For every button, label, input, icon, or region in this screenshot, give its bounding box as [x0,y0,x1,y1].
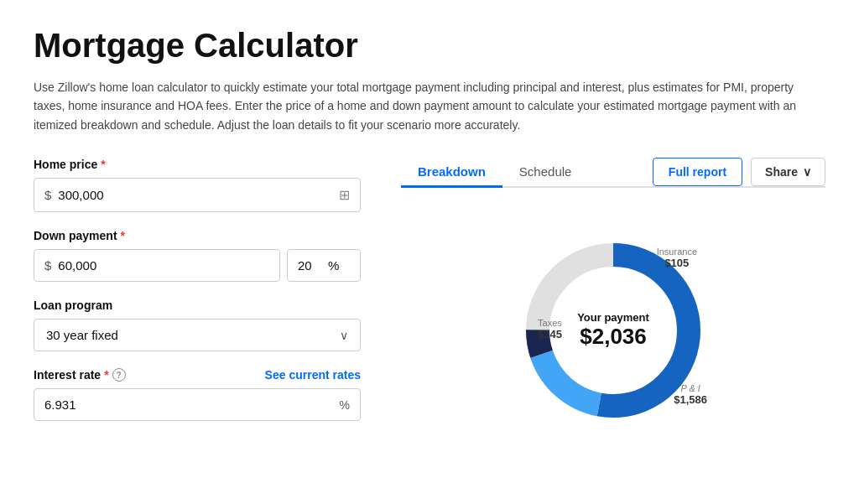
action-buttons: Full report Share ∨ [653,158,825,186]
loan-program-select[interactable]: 30 year fixed ∨ [34,319,361,351]
home-price-prefix: $ [44,188,51,202]
see-current-rates-link[interactable]: See current rates [265,368,361,382]
down-payment-pct-suffix: % [328,258,339,273]
down-payment-required-star: * [121,229,125,242]
tab-breakdown[interactable]: Breakdown [401,158,502,188]
interest-rate-field-group: Interest rate * ? See current rates % [34,368,361,421]
donut-center-text: Your payment $2,036 [577,311,649,350]
payment-label: Your payment [577,311,649,324]
interest-rate-input[interactable] [44,397,340,412]
loan-program-label: Loan program [34,299,361,312]
interest-rate-input-box[interactable]: % [34,388,361,421]
down-payment-input[interactable] [58,258,269,273]
down-payment-prefix: $ [44,258,51,273]
loan-program-value: 30 year fixed [46,328,118,342]
down-payment-field-group: Down payment * $ % [34,229,361,282]
down-payment-label: Down payment * [34,229,361,242]
interest-rate-help-icon[interactable]: ? [112,368,126,382]
required-star: * [101,158,105,171]
interest-rate-label-left: Interest rate * ? [34,368,126,382]
interest-rate-required-star: * [104,368,108,382]
page-title: Mortgage Calculator [34,27,825,65]
share-label: Share [765,165,798,179]
interest-rate-label: Interest rate [34,368,101,382]
share-button[interactable]: Share ∨ [751,158,825,186]
chart-area: Your payment $2,036 Taxes $345 Insurance… [401,205,825,448]
home-price-field-group: Home price * $ ⊞ [34,158,361,212]
interest-rate-label-row: Interest rate * ? See current rates [34,368,361,382]
down-payment-input-box[interactable]: $ [34,249,280,282]
right-panel: Breakdown Schedule Full report Share ∨ [401,158,825,448]
tabs: Breakdown Schedule [401,158,588,186]
loan-program-field-group: Loan program 30 year fixed ∨ [34,299,361,351]
loan-program-chevron-icon: ∨ [340,329,348,342]
donut-chart: Your payment $2,036 Taxes $345 Insurance… [504,221,722,439]
payment-amount: $2,036 [577,324,649,350]
interest-rate-suffix: % [340,398,350,412]
home-price-input-box[interactable]: $ ⊞ [34,178,361,212]
down-payment-pct-box[interactable]: % [287,249,361,282]
home-price-input[interactable] [58,188,339,202]
main-layout: Home price * $ ⊞ Down payment * $ [34,158,825,448]
left-panel: Home price * $ ⊞ Down payment * $ [34,158,361,438]
table-icon[interactable]: ⊞ [339,187,350,203]
share-chevron-icon: ∨ [803,165,811,179]
full-report-button[interactable]: Full report [653,158,742,186]
tab-schedule[interactable]: Schedule [502,158,589,188]
down-payment-pct-input[interactable] [298,258,328,273]
tabs-row: Breakdown Schedule Full report Share ∨ [401,158,825,188]
page-description: Use Zillow's home loan calculator to qui… [34,78,805,134]
home-price-label: Home price * [34,158,361,171]
down-payment-row: $ % [34,249,361,282]
